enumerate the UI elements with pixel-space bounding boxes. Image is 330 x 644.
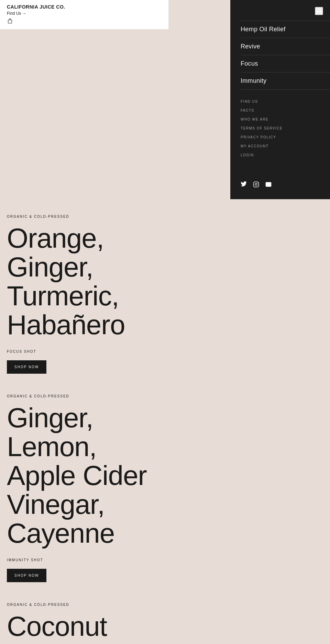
instagram-icon[interactable] — [253, 181, 259, 189]
nav-link-revive[interactable]: Revive — [241, 43, 260, 50]
nav-main-menu: Hemp Oil Relief Revive Focus Immunity — [241, 21, 330, 90]
twitter-icon[interactable] — [241, 181, 247, 189]
nav-secondary-login[interactable]: LOGIN — [241, 150, 330, 159]
nav-secondary-who-we-are[interactable]: WHO WE ARE — [241, 114, 330, 123]
product-title-coconut: CoconutWater, — [7, 612, 323, 644]
nav-secondary-privacy[interactable]: PRIVACY POLICY — [241, 132, 330, 141]
nav-secondary-facts[interactable]: FACTS — [241, 105, 330, 114]
product-title-immunity: Ginger,Lemon,Apple CiderVinegar,Cayenne — [7, 404, 323, 548]
cart-icon[interactable] — [7, 18, 162, 25]
nav-item-hemp-oil-relief[interactable]: Hemp Oil Relief — [241, 21, 330, 38]
brand-name[interactable]: CALIFORNIA JUICE CO. — [7, 4, 162, 10]
product-item-immunity: ORGANIC & COLD-PRESSED Ginger,Lemon,Appl… — [7, 394, 323, 603]
nav-overlay: — Hemp Oil Relief Revive Focus Immunity … — [230, 0, 330, 199]
nav-secondary-menu: FIND US FACTS WHO WE ARE TERMS OF SERVIC… — [241, 97, 330, 159]
find-us-link[interactable]: Find Us → — [7, 11, 162, 16]
nav-link-immunity[interactable]: Immunity — [241, 77, 266, 84]
nav-link-focus[interactable]: Focus — [241, 60, 258, 67]
product-type-focus: FOCUS SHOT — [7, 350, 323, 353]
svg-rect-1 — [254, 182, 259, 187]
shop-now-button-focus[interactable]: SHOP NOW — [7, 360, 46, 374]
organic-label-immunity: ORGANIC & COLD-PRESSED — [7, 394, 323, 398]
product-type-immunity: IMMUNITY SHOT — [7, 558, 323, 562]
nav-item-revive[interactable]: Revive — [241, 38, 330, 55]
nav-secondary-terms[interactable]: TERMS OF SERVICE — [241, 123, 330, 132]
shop-now-button-immunity[interactable]: SHOP NOW — [7, 569, 46, 582]
mail-icon[interactable] — [265, 181, 272, 189]
nav-social-links — [241, 168, 330, 189]
product-title-focus: Orange,Ginger,Turmeric,Habañero — [7, 224, 323, 339]
product-item-coconut: ORGANIC & COLD-PRESSED CoconutWater, — [7, 603, 323, 644]
nav-secondary-find-us[interactable]: FIND US — [241, 97, 330, 105]
nav-item-immunity[interactable]: Immunity — [241, 72, 330, 90]
site-header: CALIFORNIA JUICE CO. Find Us → — [0, 0, 168, 29]
product-section: ORGANIC & COLD-PRESSED Orange,Ginger,Tur… — [0, 201, 330, 644]
organic-label-coconut: ORGANIC & COLD-PRESSED — [7, 603, 323, 607]
nav-item-focus[interactable]: Focus — [241, 55, 330, 72]
nav-secondary-account[interactable]: MY ACCOUNT — [241, 141, 330, 150]
product-item-focus: ORGANIC & COLD-PRESSED Orange,Ginger,Tur… — [7, 215, 323, 394]
svg-rect-0 — [8, 20, 12, 23]
nav-close-button[interactable]: — — [315, 7, 323, 15]
organic-label-focus: ORGANIC & COLD-PRESSED — [7, 215, 323, 218]
nav-link-hemp-oil-relief[interactable]: Hemp Oil Relief — [241, 26, 286, 33]
